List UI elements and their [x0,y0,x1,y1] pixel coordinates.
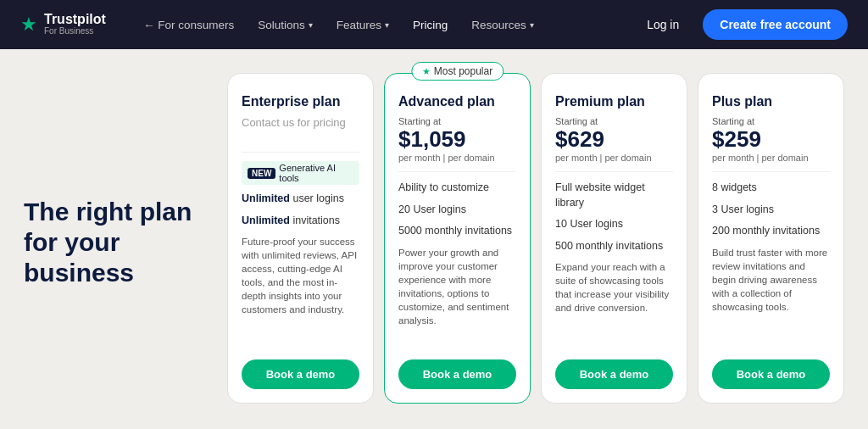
plus-feature-1: 8 widgets [712,181,830,196]
nav-for-consumers[interactable]: ← For consumers [133,14,244,36]
premium-description: Expand your reach with a suite of showca… [555,260,673,353]
advanced-book-demo-button[interactable]: Book a demo [398,359,516,389]
solutions-chevron-icon: ▾ [309,20,313,30]
plus-period: per month | per domain [712,153,830,163]
plus-starting-at: Starting at [712,116,830,126]
advanced-period: per month | per domain [398,153,516,163]
plus-plan-card: Plus plan Starting at $259 per month | p… [698,73,844,404]
header: ★ Trustpilot For Business ← For consumer… [0,0,868,49]
logo-name: Trustpilot [44,13,106,26]
premium-price: $629 [555,126,604,153]
advanced-description: Power your growth and improve your custo… [398,246,516,354]
divider [555,171,673,172]
advanced-plan-name: Advanced plan [398,94,516,109]
enterprise-description: Future-proof your success with unlimited… [242,235,359,353]
enterprise-contact: Contact us for pricing [242,116,359,143]
advanced-feature-1: Ability to customize [398,181,516,196]
create-account-button[interactable]: Create free account [703,9,848,40]
premium-period: per month | per domain [555,153,673,163]
logo[interactable]: ★ Trustpilot For Business [20,13,106,36]
features-chevron-icon: ▾ [385,20,389,30]
advanced-price-area: Starting at $1,059 per month | per domai… [398,116,516,163]
logo-sub: For Business [44,26,106,36]
resources-chevron-icon: ▾ [530,20,534,30]
plus-feature-2: 3 User logins [712,203,830,218]
premium-book-demo-button[interactable]: Book a demo [555,359,673,389]
premium-feature-1: Full website widget library [555,181,673,210]
divider [242,152,359,153]
popular-label: Most popular [434,65,492,77]
plus-price: $259 [712,126,761,153]
popular-star-icon: ★ [422,66,431,77]
plus-price-area: Starting at $259 per month | per domain [712,116,830,163]
hero-title: The right plan for your business [24,197,202,288]
divider [398,171,516,172]
premium-feature-2: 10 User logins [555,217,673,232]
plus-book-demo-button[interactable]: Book a demo [712,359,830,389]
premium-feature-3: 500 monthly invitations [555,239,673,254]
nav-resources[interactable]: Resources ▾ [461,14,544,36]
divider [712,171,830,172]
main-nav: ← For consumers Solutions ▾ Features ▾ P… [133,14,637,36]
nav-pricing[interactable]: Pricing [403,14,458,36]
login-button[interactable]: Log in [637,13,689,36]
hero-section: The right plan for your business [24,73,210,412]
nav-solutions[interactable]: Solutions ▾ [248,14,323,36]
premium-plan-name: Premium plan [555,94,673,109]
premium-starting-at: Starting at [555,116,673,126]
header-right: Log in Create free account [637,9,848,40]
plus-plan-name: Plus plan [712,94,830,109]
main-content: The right plan for your business Enterpr… [0,49,868,429]
nav-features[interactable]: Features ▾ [326,14,399,36]
popular-badge: ★ Most popular [411,62,504,81]
trustpilot-star-icon: ★ [20,14,37,36]
enterprise-feature-1: Unlimited user logins [242,192,359,207]
enterprise-book-demo-button[interactable]: Book a demo [242,359,359,389]
advanced-price: $1,059 [398,126,466,153]
new-label: NEW [248,168,275,179]
premium-price-area: Starting at $629 per month | per domain [555,116,673,163]
enterprise-plan-card: Enterprise plan Contact us for pricing N… [227,73,374,404]
enterprise-plan-name: Enterprise plan [242,94,359,109]
plus-feature-3: 200 monthly invitations [712,224,830,239]
enterprise-feature-2: Unlimited invitations [242,214,359,229]
generative-ai-badge: NEW Generative AI tools [242,161,359,185]
advanced-feature-2: 20 User logins [398,203,516,218]
premium-plan-card: Premium plan Starting at $629 per month … [541,73,687,404]
advanced-plan-card: ★ Most popular Advanced plan Starting at… [384,73,531,404]
badge-text: Generative AI tools [279,163,353,183]
plus-description: Build trust faster with more review invi… [712,246,830,354]
advanced-feature-3: 5000 monthly invitations [398,224,516,239]
plans-container: Enterprise plan Contact us for pricing N… [227,73,844,412]
advanced-starting-at: Starting at [398,116,516,126]
